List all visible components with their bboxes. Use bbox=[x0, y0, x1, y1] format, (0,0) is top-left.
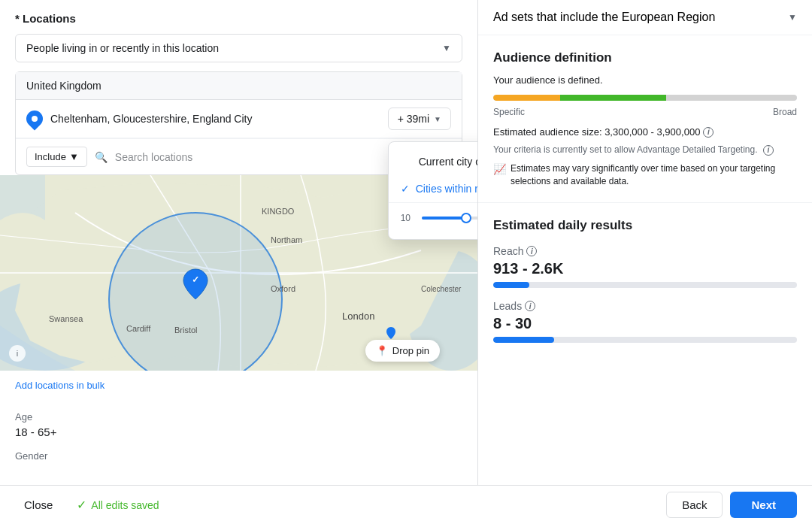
location-pin-icon bbox=[23, 107, 46, 130]
saved-label: All edits saved bbox=[91, 499, 159, 511]
advantage-content: Your criteria is currently set to allow … bbox=[493, 144, 758, 155]
advantage-info-icon[interactable]: i bbox=[763, 145, 774, 156]
bar-labels: Specific Broad bbox=[493, 107, 797, 117]
include-label: Include bbox=[35, 151, 66, 162]
dropdown-arrow-icon: ▼ bbox=[442, 43, 451, 53]
location-type-label: People living in or recently in this loc… bbox=[26, 42, 219, 54]
country-name: United Kingdom bbox=[26, 80, 102, 92]
bar-broad-label: Broad bbox=[773, 107, 797, 117]
daily-results-section: Estimated daily results Reach i 913 - 2.… bbox=[478, 203, 812, 370]
reach-label-row: Reach i bbox=[493, 245, 797, 257]
european-region-section[interactable]: Ad sets that include the European Region… bbox=[478, 0, 812, 35]
location-type-dropdown[interactable]: People living in or recently in this loc… bbox=[15, 34, 462, 62]
demographics-section: Age 18 - 65+ Gender bbox=[0, 399, 477, 485]
svg-text:KINGDO: KINGDO bbox=[262, 207, 295, 216]
close-button[interactable]: Close bbox=[15, 494, 62, 516]
leads-metric: Leads i 8 - 30 bbox=[493, 300, 797, 343]
slider-min-label: 10 bbox=[401, 213, 416, 223]
bar-specific-label: Specific bbox=[493, 107, 525, 117]
radius-label: + 39mi bbox=[398, 113, 429, 125]
european-region-label: Ad sets that include the European Region bbox=[493, 11, 715, 24]
reach-value: 913 - 2.6K bbox=[493, 260, 797, 277]
age-item: Age 18 - 65+ bbox=[15, 411, 462, 438]
radius-button[interactable]: + 39mi ▼ bbox=[388, 108, 451, 130]
audience-section: Audience definition Your audience is def… bbox=[478, 35, 812, 203]
check-icon: ✓ bbox=[401, 183, 410, 195]
search-locations-placeholder: Search locations bbox=[115, 151, 193, 163]
footer: Close ✓ All edits saved Back Next bbox=[0, 485, 812, 524]
age-label: Age bbox=[15, 411, 462, 423]
svg-text:Bristol: Bristol bbox=[174, 326, 198, 335]
leads-label: Leads bbox=[493, 300, 522, 312]
pin-icon: 📍 bbox=[376, 345, 388, 356]
locations-title: * Locations bbox=[15, 12, 462, 25]
european-chevron-icon: ▼ bbox=[788, 12, 797, 23]
audience-size-text: Estimated audience size: 3,300,000 - 3,9… bbox=[493, 126, 700, 138]
include-arrow-icon: ▼ bbox=[69, 151, 79, 162]
slider-thumb[interactable] bbox=[461, 213, 471, 223]
svg-text:Swansea: Swansea bbox=[49, 314, 83, 323]
radius-option-cities[interactable]: ✓ Cities within radius i bbox=[389, 175, 477, 202]
city-option-label: Current city only bbox=[419, 156, 477, 168]
footer-right: Back Next bbox=[666, 492, 797, 518]
left-panel: * Locations People living in or recently… bbox=[0, 0, 477, 485]
leads-info-icon[interactable]: i bbox=[525, 301, 535, 311]
gender-label: Gender bbox=[15, 450, 462, 462]
include-button[interactable]: Include ▼ bbox=[26, 147, 87, 167]
audience-size-row: Estimated audience size: 3,300,000 - 3,9… bbox=[493, 126, 797, 138]
location-dropdown-wrapper: People living in or recently in this loc… bbox=[15, 34, 462, 62]
bar-red-segment bbox=[493, 95, 560, 101]
title-text: * Locations bbox=[15, 12, 76, 25]
leads-label-row: Leads i bbox=[493, 300, 797, 312]
radius-slider-section: 10 50 39 mi bbox=[389, 202, 477, 233]
estimates-trend-icon: 📈 bbox=[493, 163, 506, 175]
radius-arrow-icon: ▼ bbox=[434, 115, 441, 123]
audience-status: Your audience is defined. bbox=[493, 74, 797, 86]
right-panel: Ad sets that include the European Region… bbox=[477, 0, 812, 485]
city-item: Cheltenham, Gloucestershire, England Cit… bbox=[16, 100, 462, 138]
country-header: United Kingdom bbox=[16, 72, 462, 100]
estimates-content: Estimates may vary significantly over ti… bbox=[511, 162, 797, 188]
add-locations-section: Add locations in bulk bbox=[0, 371, 477, 399]
radius-option-city[interactable]: Current city only bbox=[389, 148, 477, 175]
advantage-text: Your criteria is currently set to allow … bbox=[493, 144, 797, 156]
svg-text:Northam: Northam bbox=[271, 235, 302, 244]
search-icon: 🔍 bbox=[95, 151, 108, 163]
audience-title: Audience definition bbox=[493, 50, 797, 65]
svg-text:London: London bbox=[342, 310, 374, 322]
next-button[interactable]: Next bbox=[730, 492, 797, 518]
footer-left: Close ✓ All edits saved bbox=[15, 494, 159, 516]
back-button[interactable]: Back bbox=[666, 492, 723, 518]
leads-bar bbox=[493, 337, 797, 343]
saved-status: ✓ All edits saved bbox=[77, 498, 159, 512]
radius-dropdown: Current city only ✓ Cities within radius… bbox=[388, 141, 477, 240]
estimates-row: 📈 Estimates may vary significantly over … bbox=[493, 162, 797, 188]
map-info-button[interactable]: i bbox=[9, 345, 26, 362]
svg-text:Colechester: Colechester bbox=[421, 285, 462, 293]
saved-check-icon: ✓ bbox=[77, 498, 86, 512]
reach-label: Reach bbox=[493, 245, 523, 257]
reach-bar-fill bbox=[493, 282, 529, 288]
slider-fill bbox=[422, 217, 466, 220]
drop-pin-button[interactable]: 📍 Drop pin bbox=[365, 340, 440, 362]
cities-option-label: Cities within radius bbox=[416, 183, 477, 195]
reach-bar bbox=[493, 282, 797, 288]
drop-pin-label: Drop pin bbox=[392, 345, 429, 356]
bar-light-segment bbox=[666, 95, 797, 101]
leads-bar-fill bbox=[493, 337, 554, 343]
bar-green-segment bbox=[560, 95, 666, 101]
svg-text:✓: ✓ bbox=[192, 274, 199, 285]
age-value: 18 - 65+ bbox=[15, 426, 462, 438]
daily-results-title: Estimated daily results bbox=[493, 218, 797, 233]
svg-text:Cardiff: Cardiff bbox=[126, 324, 151, 333]
svg-text:Oxford: Oxford bbox=[271, 284, 295, 293]
reach-info-icon[interactable]: i bbox=[526, 246, 537, 256]
gender-item: Gender bbox=[15, 450, 462, 462]
audience-size-info-icon[interactable]: i bbox=[703, 127, 714, 138]
reach-metric: Reach i 913 - 2.6K bbox=[493, 245, 797, 288]
add-locations-bulk-link[interactable]: Add locations in bulk bbox=[15, 380, 105, 391]
location-box: United Kingdom Cheltenham, Gloucestershi… bbox=[15, 71, 462, 175]
leads-value: 8 - 30 bbox=[493, 315, 797, 332]
radius-slider[interactable] bbox=[422, 217, 477, 220]
audience-bar bbox=[493, 95, 797, 101]
